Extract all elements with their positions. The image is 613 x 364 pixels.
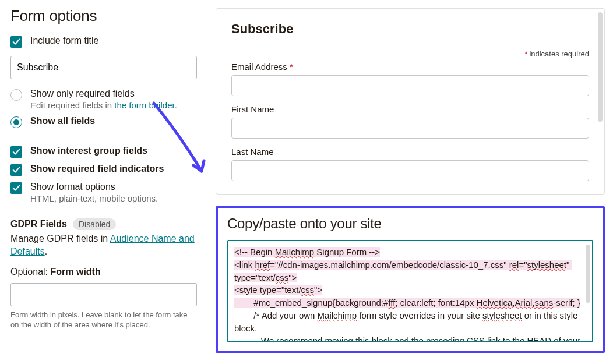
scrollbar[interactable] — [586, 245, 590, 303]
form-width-input[interactable] — [10, 283, 197, 306]
code-heading: Copy/paste onto your site — [227, 215, 593, 232]
email-label: Email Address* — [231, 62, 589, 72]
interest-groups-checkbox[interactable] — [10, 146, 22, 158]
required-indicators-label: Show required field indicators — [30, 164, 164, 174]
form-width-label-row: Optional: Form width — [10, 267, 197, 277]
required-indicators-row: Show required field indicators — [10, 164, 197, 176]
include-title-row: Include form title — [10, 36, 197, 48]
show-required-radio-row: Show only required fields Edit required … — [10, 89, 197, 110]
scrollbar[interactable] — [598, 12, 603, 122]
email-field: Email Address* — [231, 62, 589, 96]
check-icon — [12, 184, 20, 192]
required-note: *indicates required — [231, 50, 589, 58]
email-input[interactable] — [231, 75, 589, 96]
show-required-radio[interactable] — [10, 89, 22, 101]
format-options-checkbox[interactable] — [10, 182, 22, 194]
gdpr-text: Manage GDPR fields in Audience Name and … — [10, 232, 197, 259]
include-title-label: Include form title — [30, 36, 98, 46]
preview-heading: Subscribe — [231, 22, 589, 37]
embed-code-textarea[interactable]: <!-- Begin Mailchimp Signup Form --> <li… — [227, 240, 593, 342]
code-section: Copy/paste onto your site <!-- Begin Mai… — [216, 206, 605, 353]
check-icon — [12, 148, 20, 156]
show-all-label: Show all fields — [30, 116, 95, 126]
required-indicators-checkbox[interactable] — [10, 164, 22, 176]
show-all-radio[interactable] — [10, 116, 22, 128]
interest-groups-row: Show interest group fields — [10, 146, 197, 158]
page-title: Form options — [10, 7, 197, 25]
show-all-radio-row: Show all fields — [10, 116, 197, 128]
last-name-label: Last Name — [231, 147, 589, 157]
gdpr-row: GDPR Fields Disabled — [10, 218, 197, 230]
form-options-panel: Form options Include form title Show onl… — [0, 0, 207, 364]
format-options-label: Show format options — [30, 182, 158, 192]
include-title-checkbox[interactable] — [10, 36, 22, 48]
show-required-sub: Edit required fields in the form builder… — [30, 100, 177, 110]
asterisk-icon: * — [524, 50, 527, 58]
format-options-sub: HTML, plain-text, mobile options. — [30, 193, 158, 203]
gdpr-title: GDPR Fields — [10, 219, 67, 229]
preview-panel: Subscribe *indicates required Email Addr… — [207, 0, 613, 364]
first-name-label: First Name — [231, 104, 589, 114]
check-icon — [12, 166, 20, 174]
form-preview: Subscribe *indicates required Email Addr… — [216, 8, 605, 195]
first-name-field: First Name — [231, 104, 589, 139]
check-icon — [12, 38, 20, 46]
gdpr-badge: Disabled — [73, 218, 116, 230]
asterisk-icon: * — [290, 62, 293, 72]
first-name-input[interactable] — [231, 118, 589, 139]
format-options-row: Show format options HTML, plain-text, mo… — [10, 182, 197, 203]
show-required-label: Show only required fields — [30, 89, 177, 99]
interest-groups-label: Show interest group fields — [30, 146, 147, 156]
form-builder-link[interactable]: the form builder — [114, 100, 174, 110]
last-name-input[interactable] — [231, 160, 589, 181]
form-width-hint: Form width in pixels. Leave blank to let… — [10, 310, 197, 330]
form-title-input[interactable] — [10, 56, 197, 79]
last-name-field: Last Name — [231, 147, 589, 181]
